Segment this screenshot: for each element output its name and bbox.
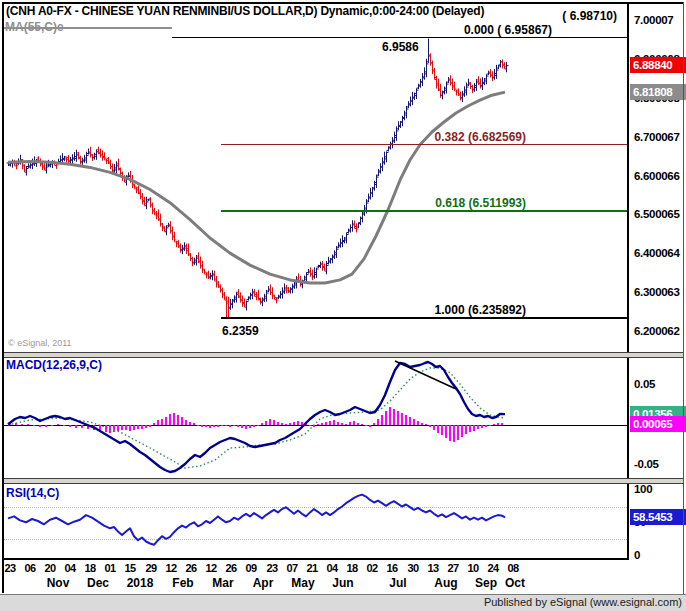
date-tick-label: 08 <box>507 562 518 574</box>
price-axis-label: 6.700067 <box>634 131 680 143</box>
price-axis-line <box>627 2 629 559</box>
date-tick-label: 10 <box>467 562 478 574</box>
dynamic-price-readout: ( 6.98710) <box>562 9 617 23</box>
window-border-right <box>683 2 684 594</box>
price-axis-label: 6.400064 <box>634 247 680 259</box>
month-label: Apr <box>253 576 274 590</box>
window-border-left <box>2 2 4 593</box>
month-label: Feb <box>172 576 193 590</box>
date-tick-label: 06 <box>24 562 35 574</box>
date-tick-label: 18 <box>84 562 95 574</box>
rsi-indicator-label[interactable]: RSI(14,C) <box>6 486 59 500</box>
ma-value-box: 6.81808 <box>630 84 686 100</box>
date-tick-label: 07 <box>286 562 297 574</box>
macd-axis-label: -0.05 <box>634 458 659 470</box>
fib-retracement-line[interactable] <box>221 210 627 212</box>
date-tick-label: 04 <box>326 562 337 574</box>
date-tick-label: 02 <box>366 562 377 574</box>
price-axis-label: 6.200062 <box>634 325 680 337</box>
date-tick-label: 04 <box>64 562 75 574</box>
chart-window: (CNH A0-FX - CHINESE YUAN RENMINBI/US DO… <box>0 0 686 611</box>
rsi-value-box: 58.5453 <box>630 509 686 525</box>
date-tick-label: 18 <box>346 562 357 574</box>
date-tick-label: 16 <box>386 562 397 574</box>
date-tick-label: 23 <box>4 562 15 574</box>
month-label: Mar <box>212 576 233 590</box>
date-tick-label: 27 <box>447 562 458 574</box>
esignal-watermark: © eSignal, 2011 <box>8 338 72 348</box>
rsi-axis-label: 0 <box>634 549 640 561</box>
fib-retracement-line[interactable] <box>172 37 627 39</box>
date-tick-label: 01 <box>104 562 115 574</box>
month-label: 2018 <box>127 576 154 590</box>
rsi-gridline-70 <box>3 507 627 508</box>
ma-indicator-label[interactable]: MA(55,C)e <box>5 20 64 34</box>
month-label: Aug <box>434 576 457 590</box>
macd-panel-splitter[interactable] <box>2 352 684 358</box>
date-tick-label: 21 <box>306 562 317 574</box>
date-tick-label: 09 <box>245 562 256 574</box>
date-tick-label: 26 <box>225 562 236 574</box>
last-price-box: 6.88840 <box>630 57 686 73</box>
rsi-panel-bottom-border <box>2 558 629 560</box>
fib-retracement-label: 0.382 (6.682569) <box>435 130 526 144</box>
month-label: Nov <box>47 576 70 590</box>
fib-retracement-label: 0.618 (6.511993) <box>435 196 526 210</box>
macd-axis-label: 0.05 <box>634 378 655 390</box>
high-price-annotation: 6.9586 <box>382 40 419 54</box>
window-border-top <box>2 2 684 4</box>
month-label: Sep <box>475 576 497 590</box>
macd-signal-value-box: 0.00065 <box>630 416 686 432</box>
rsi-gridline-30 <box>3 539 627 540</box>
month-label: Oct <box>505 576 525 590</box>
fib-retracement-label: 1.000 (6.235892) <box>435 303 526 317</box>
rsi-axis-label: 100 <box>634 483 652 495</box>
fib-retracement-label: 0.000 ( 6.95867) <box>464 23 552 37</box>
month-label: Jul <box>389 576 406 590</box>
fib-retracement-line[interactable] <box>221 317 627 319</box>
date-tick-label: 20 <box>44 562 55 574</box>
date-tick-label: 23 <box>266 562 277 574</box>
date-tick-label: 13 <box>427 562 438 574</box>
date-tick-label: 12 <box>205 562 216 574</box>
macd-zero-line <box>3 425 628 426</box>
price-axis-label: 6.600066 <box>634 170 680 182</box>
month-label: Dec <box>87 576 109 590</box>
month-label: Jun <box>332 576 353 590</box>
date-tick-label: 12 <box>165 562 176 574</box>
date-tick-label: 29 <box>145 562 156 574</box>
price-axis-label: 7.00007 <box>634 14 673 26</box>
low-price-annotation: 6.2359 <box>222 324 259 338</box>
rsi-panel-splitter[interactable] <box>2 478 684 484</box>
chart-canvas[interactable] <box>0 0 686 611</box>
publisher-credit: Published by eSignal (www.esignal.com) <box>484 596 682 608</box>
fib-retracement-line[interactable] <box>221 144 627 146</box>
date-tick-label: 26 <box>185 562 196 574</box>
chart-title: (CNH A0-FX - CHINESE YUAN RENMINBI/US DO… <box>6 4 484 18</box>
macd-indicator-label[interactable]: MACD(12,26,9,C) <box>6 358 102 372</box>
date-tick-label: 24 <box>487 562 498 574</box>
date-tick-label: 30 <box>407 562 418 574</box>
price-axis-label: 6.500065 <box>634 208 680 220</box>
price-axis-label: 6.300063 <box>634 286 680 298</box>
date-tick-label: 15 <box>124 562 135 574</box>
month-label: May <box>291 576 314 590</box>
